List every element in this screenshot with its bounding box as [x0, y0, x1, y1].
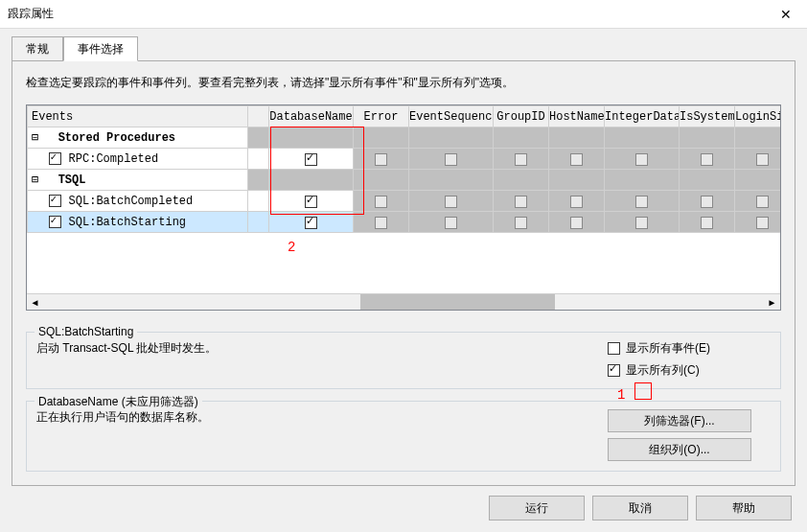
column-checkbox[interactable]	[756, 217, 769, 229]
scroll-right-icon[interactable]: ►	[764, 294, 780, 311]
main-panel: 检查选定要跟踪的事件和事件列。要查看完整列表，请选择"显示所有事件"和"显示所有…	[12, 61, 795, 486]
col-header[interactable]: EventSequence	[409, 106, 494, 127]
column-checkbox[interactable]	[701, 217, 713, 229]
checkbox-icon	[608, 364, 620, 377]
show-all-events-checkbox[interactable]: 显示所有事件(E)	[608, 340, 771, 357]
column-checkbox[interactable]	[515, 153, 527, 166]
column-checkbox[interactable]	[756, 153, 769, 166]
tab-general[interactable]: 常规	[12, 36, 63, 61]
column-checkbox[interactable]	[445, 153, 457, 166]
column-checkbox[interactable]	[305, 153, 317, 166]
category-row[interactable]: ⊟ TSQL	[28, 170, 781, 191]
show-all-columns-checkbox[interactable]: 显示所有列(C)	[608, 362, 771, 379]
collapse-icon[interactable]: ⊟	[32, 131, 38, 145]
column-checkbox[interactable]	[635, 196, 648, 208]
col-header[interactable]: Events	[28, 106, 248, 127]
column-checkbox[interactable]	[515, 196, 527, 208]
event-row[interactable]: RPC:Completed	[28, 149, 781, 170]
category-row[interactable]: ⊟ Stored Procedures	[28, 127, 781, 149]
tab-strip: 常规 事件选择	[12, 36, 795, 61]
column-checkbox[interactable]	[375, 153, 387, 166]
col-header[interactable]: LoginSid	[735, 106, 781, 127]
column-checkbox[interactable]	[570, 217, 583, 229]
collapse-icon[interactable]: ⊟	[32, 173, 38, 187]
event-row[interactable]: SQL:BatchStarting	[28, 212, 781, 233]
event-checkbox[interactable]	[49, 216, 61, 228]
window-title: 跟踪属性	[8, 6, 54, 22]
panel-description: 检查选定要跟踪的事件和事件列。要查看完整列表，请选择"显示所有事件"和"显示所有…	[26, 75, 781, 91]
column-checkbox[interactable]	[756, 196, 769, 208]
scroll-thumb[interactable]	[360, 294, 555, 311]
cancel-button[interactable]: 取消	[592, 496, 688, 520]
col-header[interactable]: HostName	[549, 106, 605, 127]
annotation-label-2: 2	[288, 240, 295, 255]
group-legend: DatabaseName (未应用筛选器)	[35, 394, 202, 410]
run-button[interactable]: 运行	[489, 496, 585, 520]
column-checkbox[interactable]	[305, 196, 317, 208]
column-checkbox[interactable]	[445, 217, 457, 229]
tab-event-selection[interactable]: 事件选择	[63, 36, 138, 61]
close-icon: ✕	[780, 7, 792, 22]
checkbox-icon	[608, 342, 620, 355]
event-description-group: SQL:BatchStarting 启动 Transact-SQL 批处理时发生…	[26, 332, 781, 389]
column-checkbox[interactable]	[570, 153, 583, 166]
events-grid[interactable]: Events DatabaseName Error EventSequence …	[26, 104, 781, 311]
grid-header-row: Events DatabaseName Error EventSequence …	[28, 106, 781, 127]
column-checkbox[interactable]	[375, 217, 387, 229]
event-checkbox[interactable]	[49, 152, 61, 165]
col-header[interactable]	[248, 106, 269, 127]
close-button[interactable]: ✕	[764, 0, 807, 29]
column-description-group: DatabaseName (未应用筛选器) 正在执行用户语句的数据库名称。 列筛…	[26, 401, 781, 472]
annotation-label-1: 1	[617, 387, 625, 403]
title-bar: 跟踪属性 ✕	[0, 0, 807, 29]
column-description-text: 正在执行用户语句的数据库名称。	[36, 409, 608, 426]
horizontal-scrollbar[interactable]: ◄ ►	[27, 293, 780, 310]
col-header[interactable]: DatabaseName	[269, 106, 354, 127]
column-checkbox[interactable]	[375, 196, 387, 208]
column-checkbox[interactable]	[701, 153, 713, 166]
event-row[interactable]: SQL:BatchCompleted	[28, 191, 781, 212]
scroll-left-icon[interactable]: ◄	[27, 294, 43, 311]
dialog-buttons: 运行 取消 帮助	[12, 486, 795, 524]
column-checkbox[interactable]	[635, 153, 648, 166]
column-checkbox[interactable]	[445, 196, 457, 208]
event-description-text: 启动 Transact-SQL 批处理时发生。	[36, 340, 608, 357]
col-header[interactable]: Error	[354, 106, 409, 127]
organize-columns-button[interactable]: 组织列(O)...	[608, 438, 751, 461]
column-checkbox[interactable]	[305, 217, 317, 229]
help-button[interactable]: 帮助	[696, 496, 792, 520]
column-checkbox[interactable]	[701, 196, 713, 208]
column-checkbox[interactable]	[635, 217, 648, 229]
event-checkbox[interactable]	[49, 195, 61, 207]
group-legend: SQL:BatchStarting	[35, 325, 137, 338]
column-checkbox[interactable]	[570, 196, 583, 208]
column-checkbox[interactable]	[515, 217, 527, 229]
col-header[interactable]: IntegerData	[605, 106, 680, 127]
col-header[interactable]: GroupID	[494, 106, 549, 127]
col-header[interactable]: IsSystem	[680, 106, 735, 127]
column-filter-button[interactable]: 列筛选器(F)...	[608, 409, 751, 432]
